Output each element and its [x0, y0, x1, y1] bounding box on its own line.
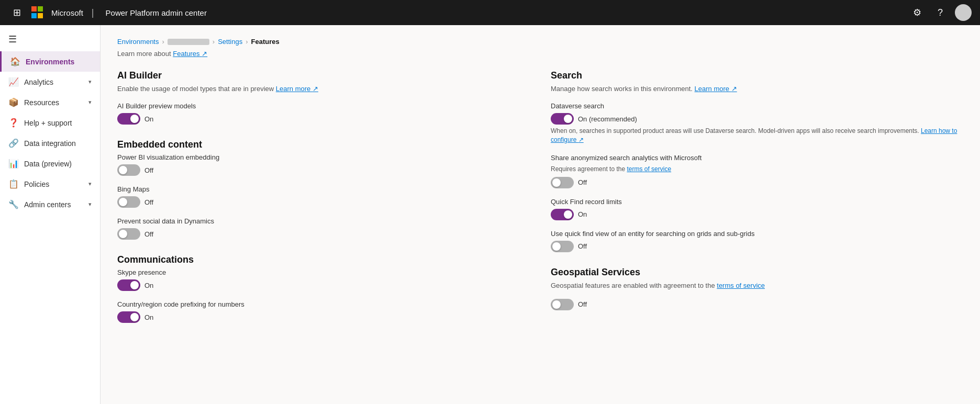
power-bi-embed-toggle[interactable]: [117, 164, 140, 176]
breadcrumb: Environments › › Settings › Features: [117, 38, 963, 46]
sidebar-item-data-preview[interactable]: 📊 Data (preview): [0, 153, 100, 174]
prevent-social-toggle[interactable]: [117, 228, 140, 240]
geospatial-terms-link[interactable]: terms of service: [717, 282, 765, 289]
geospatial-section: Geospatial Services Geospatial features …: [551, 267, 963, 310]
external-link-icon: ↗: [202, 50, 207, 58]
breadcrumb-settings[interactable]: Settings: [218, 38, 242, 46]
communications-title: Communications: [117, 254, 530, 265]
app-name: Power Platform admin center: [106, 8, 207, 17]
prevent-social-status: Off: [144, 230, 153, 238]
skype-presence-status: On: [144, 282, 153, 289]
country-code-label: Country/region code prefixing for number…: [117, 300, 530, 308]
geospatial-desc: Geospatial features are enabled with agr…: [551, 281, 963, 290]
country-code-toggle[interactable]: [117, 311, 140, 323]
quick-find-view-label: Use quick find view of an entity for sea…: [551, 230, 963, 238]
sidebar-item-label: Environments: [26, 58, 74, 66]
learn-more-prefix: Learn more about: [117, 50, 171, 58]
ai-builder-preview-toggle[interactable]: [117, 113, 140, 125]
power-bi-embed-label: Power BI visualization embedding: [117, 153, 530, 161]
data-integration-icon: 🔗: [8, 138, 19, 148]
quick-find-limits-label: Quick Find record limits: [551, 198, 963, 206]
sidebar: ☰ 🏠 Environments 📈 Analytics ▾ 📦 Resourc…: [0, 25, 101, 404]
external-link-icon: ↗: [313, 85, 318, 93]
dataverse-search-toggle-group: Dataverse search On (recommended) When o…: [551, 102, 963, 144]
terms-of-service-link-1[interactable]: terms of service: [627, 165, 671, 173]
sidebar-item-label: Admin centers: [24, 200, 71, 209]
breadcrumb-env-name: [168, 39, 209, 45]
features-learn-more-link[interactable]: Features ↗: [173, 50, 207, 58]
sidebar-item-label: Analytics: [24, 78, 53, 86]
sidebar-item-label: Data integration: [24, 139, 76, 148]
search-section: Search Manage how search works in this e…: [551, 70, 963, 252]
embedded-content-section: Embedded content Power BI visualization …: [117, 139, 530, 240]
help-support-icon: ❓: [8, 118, 19, 128]
search-learn-more-link[interactable]: Learn more ↗: [695, 85, 737, 93]
chevron-down-icon: ▾: [88, 181, 92, 187]
microsoft-logo: [31, 6, 44, 19]
chevron-down-icon: ▾: [88, 201, 92, 208]
ai-builder-preview-status: On: [144, 115, 153, 123]
sidebar-item-policies[interactable]: 📋 Policies ▾: [0, 174, 100, 194]
sidebar-item-resources[interactable]: 📦 Resources ▾: [0, 92, 100, 113]
ai-builder-preview-toggle-group: AI Builder preview models On: [117, 102, 530, 125]
policies-icon: 📋: [8, 179, 19, 189]
prevent-social-label: Prevent social data in Dynamics: [117, 217, 530, 225]
breadcrumb-environments[interactable]: Environments: [117, 38, 159, 46]
dataverse-search-toggle[interactable]: [551, 113, 574, 125]
geospatial-toggle-group: Off: [551, 299, 963, 310]
right-column: Search Manage how search works in this e…: [551, 70, 963, 338]
share-search-analytics-toggle-group: Share anonymized search analytics with M…: [551, 154, 963, 188]
skype-presence-toggle[interactable]: [117, 279, 140, 291]
user-avatar[interactable]: [955, 4, 972, 21]
power-bi-embed-status: Off: [144, 166, 153, 174]
geospatial-status: Off: [578, 300, 587, 308]
help-icon[interactable]: ?: [932, 4, 949, 21]
geospatial-title: Geospatial Services: [551, 267, 963, 278]
dataverse-search-subdesc: When on, searches in supported product a…: [551, 127, 963, 144]
learn-how-to-configure-link[interactable]: Learn how to configure ↗: [551, 127, 957, 143]
sidebar-item-analytics[interactable]: 📈 Analytics ▾: [0, 72, 100, 92]
communications-section: Communications Skype presence On Country…: [117, 254, 530, 323]
share-search-analytics-toggle[interactable]: [551, 177, 574, 188]
share-search-analytics-status: Off: [578, 178, 587, 186]
search-title: Search: [551, 70, 963, 81]
skype-presence-label: Skype presence: [117, 268, 530, 276]
main-content: Environments › › Settings › Features Lea…: [101, 25, 980, 404]
sidebar-item-label: Help + support: [24, 119, 72, 127]
quick-find-limits-status: On: [578, 210, 587, 218]
left-column: AI Builder Enable the usage of model typ…: [117, 70, 530, 338]
ai-builder-section: AI Builder Enable the usage of model typ…: [117, 70, 530, 125]
bing-maps-toggle-group: Bing Maps Off: [117, 185, 530, 208]
dataverse-search-status: On (recommended): [578, 115, 637, 123]
bing-maps-label: Bing Maps: [117, 185, 530, 193]
quick-find-view-toggle-group: Use quick find view of an entity for sea…: [551, 230, 963, 252]
ai-builder-title: AI Builder: [117, 70, 530, 81]
quick-find-limits-toggle[interactable]: [551, 209, 574, 220]
quick-find-limits-toggle-group: Quick Find record limits On: [551, 198, 963, 220]
resources-icon: 📦: [8, 97, 19, 107]
sidebar-item-help-support[interactable]: ❓ Help + support: [0, 113, 100, 133]
prevent-social-toggle-group: Prevent social data in Dynamics Off: [117, 217, 530, 240]
skype-presence-toggle-group: Skype presence On: [117, 268, 530, 291]
bing-maps-status: Off: [144, 198, 153, 206]
microsoft-label: Microsoft: [51, 8, 83, 17]
settings-icon[interactable]: ⚙: [909, 4, 926, 21]
power-bi-embed-toggle-group: Power BI visualization embedding Off: [117, 153, 530, 176]
sidebar-item-environments[interactable]: 🏠 Environments: [0, 51, 100, 72]
waffle-icon[interactable]: ⊞: [8, 4, 25, 21]
quick-find-view-toggle[interactable]: [551, 241, 574, 252]
chevron-down-icon: ▾: [88, 78, 92, 85]
settings-columns: AI Builder Enable the usage of model typ…: [117, 70, 963, 338]
sidebar-hamburger[interactable]: ☰: [0, 29, 100, 51]
sidebar-item-data-integration[interactable]: 🔗 Data integration: [0, 133, 100, 153]
ai-builder-desc: Enable the usage of model types that are…: [117, 84, 530, 94]
ai-builder-learn-more-link[interactable]: Learn more ↗: [276, 85, 318, 93]
bing-maps-toggle[interactable]: [117, 196, 140, 208]
geospatial-toggle[interactable]: [551, 299, 574, 310]
sidebar-item-label: Policies: [24, 180, 49, 188]
country-code-toggle-group: Country/region code prefixing for number…: [117, 300, 530, 323]
embedded-content-title: Embedded content: [117, 139, 530, 150]
share-search-analytics-sublabel: Requires agreement to the terms of servi…: [551, 165, 963, 174]
sidebar-item-admin-centers[interactable]: 🔧 Admin centers ▾: [0, 194, 100, 215]
chevron-down-icon: ▾: [88, 99, 92, 106]
